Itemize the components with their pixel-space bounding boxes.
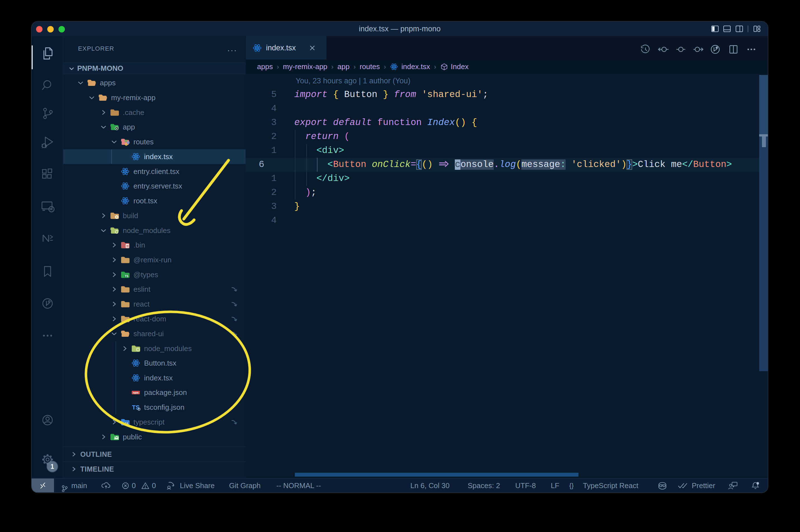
svg-text:TS: TS — [125, 275, 128, 278]
svg-text:TS: TS — [132, 404, 139, 411]
svg-text:npm: npm — [133, 391, 139, 394]
svg-text:TS: TS — [125, 422, 128, 425]
